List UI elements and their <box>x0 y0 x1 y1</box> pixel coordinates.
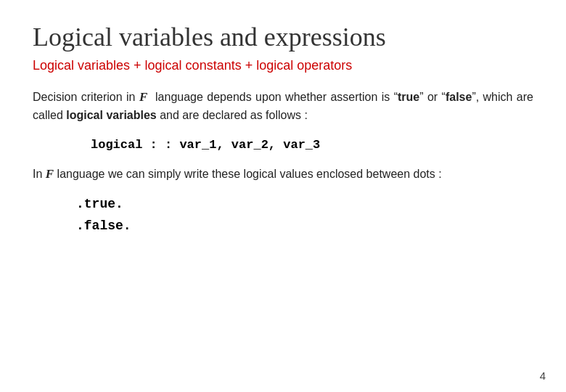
dot-true: .true. <box>76 197 533 211</box>
fortran-f-2: F <box>46 167 54 181</box>
code-declaration: logical : : var_1, var_2, var_3 <box>91 138 533 152</box>
logical-keyword: logical : : <box>91 138 172 152</box>
page-number: 4 <box>540 369 546 382</box>
fortran-f-1: F <box>139 90 147 104</box>
code-vars: var_1, var_2, var_3 <box>172 138 320 152</box>
subtitle: Logical variables + logical constants + … <box>33 58 533 73</box>
paragraph-2: In F language we can simply write these … <box>33 165 533 184</box>
slide: Logical variables and expressions Logica… <box>0 0 566 392</box>
dot-false: .false. <box>76 219 533 233</box>
paragraph-1: Decision criterion in F language depends… <box>33 88 533 125</box>
logical-variables-label: logical variables <box>66 109 157 121</box>
true-word: true <box>398 91 419 103</box>
main-title: Logical variables and expressions <box>33 22 533 52</box>
false-word: false <box>446 91 472 103</box>
